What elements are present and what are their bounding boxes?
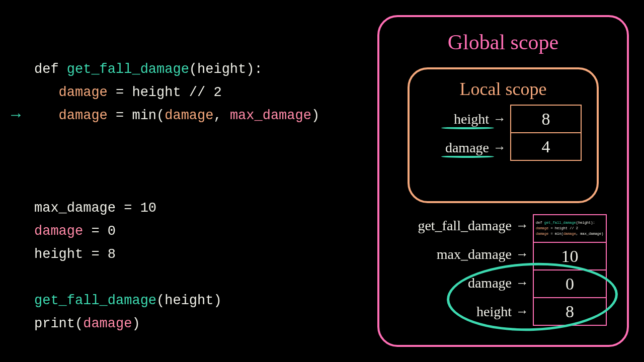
arg-max-damage: max_damage [230,108,311,123]
arg-damage: damage [165,108,213,123]
execution-arrow-icon: → [11,106,21,125]
arrow-icon: → [493,112,506,127]
label-text: damage [445,140,489,156]
indent [34,85,59,100]
code-block: def get_fall_damage(height): damage = he… [34,58,319,335]
local-value-table: 8 4 [510,105,582,161]
code-text: = 0 [83,224,116,239]
arrow-icon: → [516,218,529,233]
var-damage: damage [59,85,108,100]
fn-call: get_fall_damage [34,293,156,308]
fn-name: get_fall_damage [67,62,189,77]
code-text: (height): [189,62,263,77]
local-value-height: 8 [511,105,581,133]
var-damage-global: damage [34,224,83,239]
code-text: ) [311,108,319,123]
underline-icon [441,155,494,158]
global-value-damage: 0 [533,270,606,298]
indent [34,108,59,123]
global-label-max-damage: max_damage→ [418,240,529,268]
label-text: damage [468,275,512,291]
local-label-damage: damage→ [445,133,506,162]
local-scope-box: Local scope height→ damage→ 8 4 [408,67,599,203]
code-text: = min( [108,108,165,123]
code-text: = height // 2 [108,85,222,100]
local-value-damage: 4 [511,133,581,160]
underline-icon [441,127,494,129]
global-value-table: def get_fall_damage(height): damage = he… [533,214,607,326]
local-label-height: height→ [445,105,506,133]
code-text: , [213,108,229,123]
print-arg: damage [83,316,132,331]
code-text: (height) [156,293,222,308]
global-label-height: height→ [418,297,529,326]
arrow-icon: → [516,304,529,319]
arrow-icon: → [516,276,529,291]
label-text: max_damage [437,246,512,262]
global-scope-box: Global scope Local scope height→ damage→… [377,15,629,347]
global-label-func: get_fall_damage→ [418,211,529,240]
code-text: ) [132,316,140,331]
global-scope-title: Global scope [379,30,627,54]
global-labels: get_fall_damage→ max_damage→ damage→ hei… [418,211,529,326]
code-line: max_damage = 10 [34,201,156,216]
arrow-icon: → [493,140,506,155]
label-text: height [476,304,512,320]
arrow-icon: → [516,247,529,262]
label-text: get_fall_damage [418,218,512,234]
code-text: print( [34,316,83,331]
global-value-func: def get_fall_damage(height): damage = he… [533,215,606,242]
global-value-max-damage: 10 [533,242,606,270]
kw-def: def [34,62,67,77]
global-value-height: 8 [533,298,606,325]
label-text: height [454,111,489,127]
local-scope-title: Local scope [410,78,597,100]
global-label-damage: damage→ [418,268,529,297]
var-damage: damage [59,108,108,123]
code-line: height = 8 [34,247,116,262]
local-labels: height→ damage→ [445,105,506,162]
